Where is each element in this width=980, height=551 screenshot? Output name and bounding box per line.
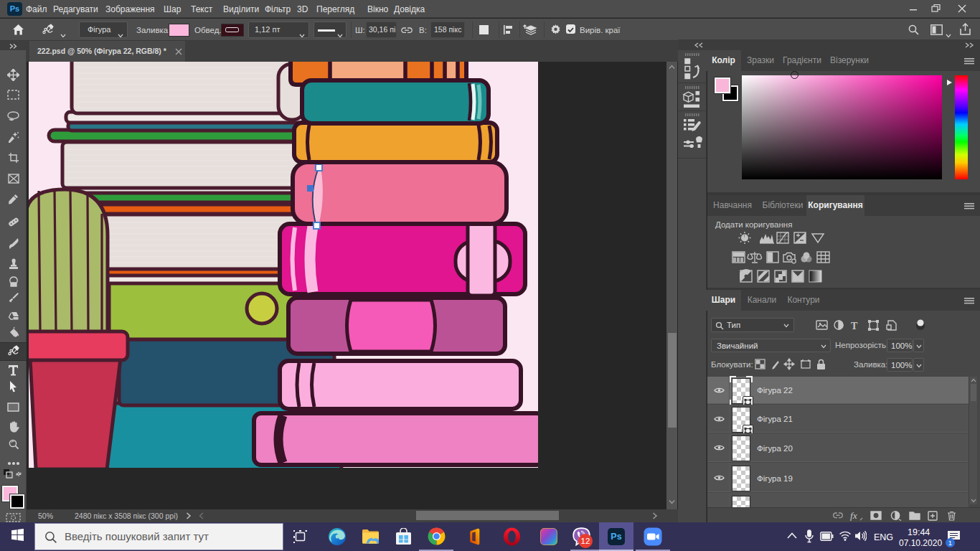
svg-text:T: T xyxy=(851,321,858,331)
svg-text:fx: fx xyxy=(850,510,857,521)
